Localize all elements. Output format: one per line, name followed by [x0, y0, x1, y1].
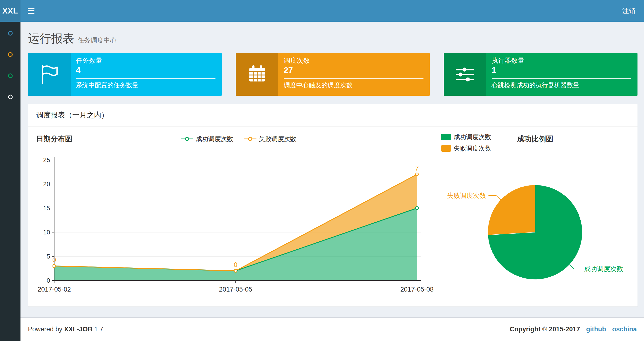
sidebar — [0, 22, 20, 341]
svg-text:20: 20 — [43, 180, 50, 188]
divider — [76, 78, 216, 79]
flag-icon — [28, 53, 70, 96]
svg-text:0: 0 — [47, 277, 50, 284]
info-box-trigger-count: 调度次数 27 调度中心触发的调度次数 — [236, 53, 430, 96]
page-title: 运行报表 — [28, 32, 74, 45]
info-box-desc: 系统中配置的任务数量 — [76, 81, 216, 90]
line-chart-legend: 成功调度次数 失败调度次数 — [36, 131, 441, 146]
svg-text:0: 0 — [52, 256, 56, 264]
swatch-icon — [441, 145, 451, 152]
brand-name: XXL-JOB — [64, 325, 92, 333]
divider — [492, 78, 631, 79]
pie-chart: 成功调度次数失败调度次数 — [441, 160, 629, 288]
version: 1.7 — [94, 325, 104, 333]
info-box-title: 任务数量 — [76, 57, 216, 65]
legend-item-success[interactable]: 成功调度次数 — [181, 135, 233, 143]
date-distribution-chart: 日期分布图 成功调度次数 — [36, 131, 441, 301]
top-navbar: XXL 注销 — [0, 0, 644, 22]
sidebar-item-4[interactable] — [0, 86, 20, 108]
pie-chart-legend: 成功调度次数 失败调度次数 — [441, 133, 491, 153]
line-marker-icon — [244, 137, 256, 141]
info-box-desc: 调度中心触发的调度次数 — [284, 81, 423, 90]
svg-text:15: 15 — [43, 204, 50, 212]
footer-right: Copyright © 2015-2017 github oschina — [510, 325, 637, 333]
page-subtitle: 任务调度中心 — [78, 37, 117, 44]
powered-by: Powered by XXL-JOB 1.7 — [28, 325, 103, 333]
circle-o-icon — [8, 52, 13, 57]
panel-title: 调度报表（一月之内） — [28, 104, 638, 127]
info-box-value: 1 — [492, 65, 631, 75]
logout-link[interactable]: 注销 — [614, 0, 644, 22]
legend-item-fail[interactable]: 失败调度次数 — [441, 144, 491, 153]
circle-o-icon — [8, 31, 13, 36]
calendar-icon — [236, 53, 278, 96]
info-box-job-count: 任务数量 4 系统中配置的任务数量 — [28, 53, 222, 96]
legend-item-success[interactable]: 成功调度次数 — [441, 133, 491, 141]
svg-text:0: 0 — [234, 261, 238, 268]
legend-item-fail[interactable]: 失败调度次数 — [244, 135, 296, 143]
github-link[interactable]: github — [586, 325, 606, 333]
svg-text:2017-05-02: 2017-05-02 — [38, 286, 71, 293]
info-box-title: 执行器数量 — [492, 57, 631, 65]
footer: Powered by XXL-JOB 1.7 Copyright © 2015-… — [20, 317, 644, 341]
sidebar-toggle-button[interactable] — [20, 0, 42, 22]
svg-text:2017-05-05: 2017-05-05 — [219, 286, 252, 293]
success-ratio-chart: 成功调度次数 失败调度次数 成功比例图 成功调度次数失败调度次数 — [441, 131, 629, 301]
svg-text:失败调度次数: 失败调度次数 — [447, 192, 486, 199]
circle-o-icon — [8, 94, 13, 100]
sidebar-item-3[interactable] — [0, 65, 20, 86]
info-box-executor-count: 执行器数量 1 心跳检测成功的执行器机器数量 — [444, 53, 638, 96]
line-marker-icon — [181, 137, 193, 141]
info-box-desc: 心跳检测成功的执行器机器数量 — [492, 81, 631, 90]
summary-boxes: 任务数量 4 系统中配置的任务数量 — [28, 53, 638, 96]
stacked-area-chart: 05101520252017-05-022017-05-052017-05-08… — [36, 146, 426, 301]
report-panel: 调度报表（一月之内） 日期分布图 成功调度次数 — [28, 104, 638, 306]
swatch-icon — [441, 134, 451, 140]
sidebar-item-1[interactable] — [0, 23, 20, 44]
divider — [284, 78, 423, 79]
sidebar-item-2[interactable] — [0, 44, 20, 65]
svg-text:5: 5 — [47, 253, 50, 260]
svg-text:10: 10 — [43, 229, 50, 236]
sliders-icon — [444, 53, 486, 96]
info-box-value: 27 — [284, 65, 423, 75]
svg-text:2017-05-08: 2017-05-08 — [400, 286, 434, 293]
hamburger-icon — [28, 8, 34, 9]
content-area: 运行报表任务调度中心 任务数量 4 系统中配置的任务数量 — [20, 22, 644, 317]
circle-o-icon — [8, 73, 13, 78]
app-logo[interactable]: XXL — [0, 0, 20, 22]
svg-text:25: 25 — [43, 156, 50, 164]
svg-text:成功调度次数: 成功调度次数 — [584, 265, 623, 272]
info-box-value: 4 — [76, 65, 216, 75]
info-box-title: 调度次数 — [284, 57, 423, 65]
copyright: Copyright © 2015-2017 — [510, 325, 580, 333]
oschina-link[interactable]: oschina — [612, 325, 637, 333]
svg-text:7: 7 — [415, 165, 419, 172]
